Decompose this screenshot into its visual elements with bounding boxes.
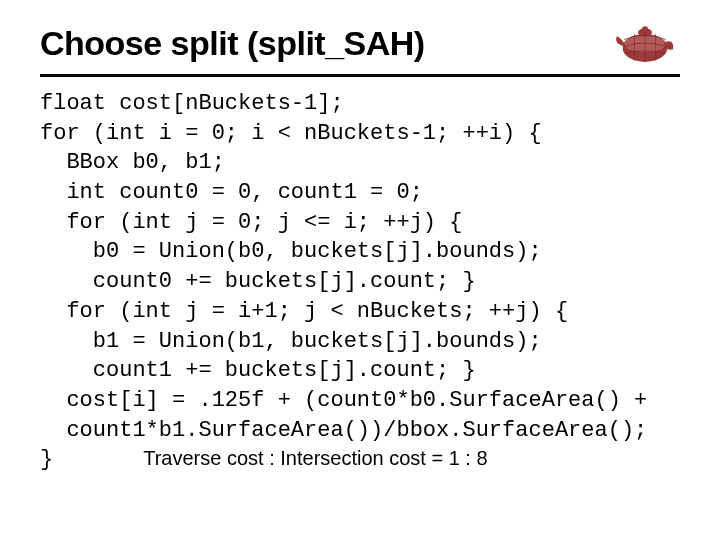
code-line: count0 += buckets[j].count; } (40, 269, 476, 294)
caption-text: Traverse cost : Intersection cost = 1 : … (53, 445, 487, 472)
title-divider (40, 74, 680, 77)
code-line: for (int j = 0; j <= i; ++j) { (40, 210, 462, 235)
code-line: cost[i] = .125f + (count0*b0.SurfaceArea… (40, 388, 647, 413)
code-line: float cost[nBuckets-1]; (40, 91, 344, 116)
code-block: float cost[nBuckets-1]; for (int i = 0; … (0, 89, 720, 475)
code-line: b0 = Union(b0, buckets[j].bounds); (40, 239, 542, 264)
teapot-icon (610, 18, 680, 68)
code-line: for (int j = i+1; j < nBuckets; ++j) { (40, 299, 568, 324)
code-line: for (int i = 0; i < nBuckets-1; ++i) { (40, 121, 542, 146)
code-line: int count0 = 0, count1 = 0; (40, 180, 423, 205)
code-line: b1 = Union(b1, buckets[j].bounds); (40, 329, 542, 354)
title-row: Choose split (split_SAH) (0, 0, 720, 74)
code-line: BBox b0, b1; (40, 150, 225, 175)
slide: Choose split (split_SAH) float cost[nBuc… (0, 0, 720, 540)
code-line: count1 += buckets[j].count; } (40, 358, 476, 383)
code-line: count1*b1.SurfaceArea())/bbox.SurfaceAre… (40, 418, 647, 443)
code-line: } (40, 447, 53, 472)
slide-title: Choose split (split_SAH) (40, 24, 425, 63)
svg-point-3 (642, 26, 648, 30)
